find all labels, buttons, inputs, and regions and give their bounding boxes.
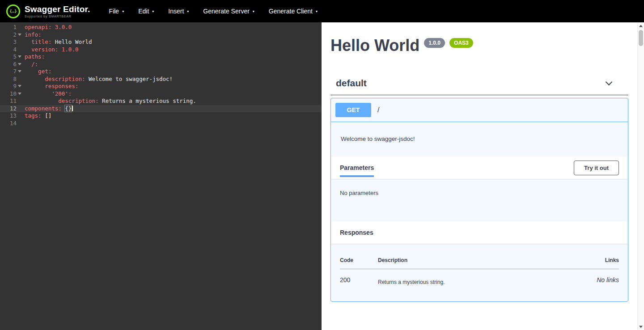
code-text: /: bbox=[22, 61, 38, 68]
code-text: description: Welcome to swagger-jsdoc! bbox=[22, 76, 173, 83]
editor-line-3[interactable]: 3 title: Hello World bbox=[0, 38, 322, 46]
ui-content: Hello World 1.0.0 OAS3 default GET / Wel… bbox=[322, 38, 637, 302]
menu-label: Edit bbox=[138, 8, 149, 15]
app-title: Swagger Editor. bbox=[25, 5, 90, 13]
brand[interactable]: {…} Swagger Editor. Supported by SMARTBE… bbox=[0, 4, 97, 18]
caret-down-icon: ▾ bbox=[253, 9, 254, 13]
parameters-header: Parameters Try it out bbox=[331, 157, 628, 179]
editor-line-9[interactable]: 9 responses: bbox=[0, 83, 322, 90]
response-code: 200 bbox=[340, 269, 378, 290]
code-text: get: bbox=[22, 68, 51, 76]
line-number: 11 bbox=[0, 97, 22, 105]
code-text: components: {} bbox=[22, 105, 73, 113]
text-cursor bbox=[72, 106, 73, 111]
code-text: version: 1.0.0 bbox=[22, 46, 78, 54]
menu-bar: File▾Edit▾Insert▾Generate Server▾Generat… bbox=[102, 0, 325, 22]
oas3-badge: OAS3 bbox=[449, 38, 473, 48]
scrollbar-thumb[interactable] bbox=[639, 30, 643, 46]
scroll-up-icon[interactable] bbox=[638, 22, 644, 29]
no-parameters-text: No parameters bbox=[331, 179, 628, 221]
menu-generate-server[interactable]: Generate Server▾ bbox=[196, 0, 262, 22]
chevron-down-icon[interactable] bbox=[606, 78, 613, 85]
fold-toggle-icon[interactable] bbox=[18, 63, 21, 65]
editor-line-10[interactable]: 10 '200': bbox=[0, 90, 322, 98]
menu-edit[interactable]: Edit▾ bbox=[131, 0, 161, 22]
brand-text: Swagger Editor. Supported by SMARTBEAR bbox=[25, 5, 90, 18]
col-links: Links bbox=[579, 244, 619, 269]
code-text: tags: [] bbox=[22, 112, 51, 120]
line-number: 4 bbox=[0, 46, 22, 54]
fold-toggle-icon[interactable] bbox=[18, 34, 21, 36]
tab-parameters[interactable]: Parameters bbox=[340, 164, 374, 171]
get-method-button[interactable]: GET bbox=[335, 103, 371, 117]
menu-generate-client[interactable]: Generate Client▾ bbox=[262, 0, 325, 22]
caret-down-icon: ▾ bbox=[152, 9, 154, 13]
fold-toggle-icon[interactable] bbox=[18, 85, 21, 87]
editor-line-1[interactable]: 1openapi: 3.0.0 bbox=[0, 24, 322, 31]
line-number: 13 bbox=[0, 112, 22, 120]
responses-title: Responses bbox=[340, 229, 373, 236]
menu-label: Insert bbox=[168, 8, 184, 15]
line-number: 8 bbox=[0, 76, 22, 83]
swagger-ui-panel: Hello World 1.0.0 OAS3 default GET / Wel… bbox=[322, 22, 637, 330]
editor-line-2[interactable]: 2info: bbox=[0, 31, 322, 39]
line-number: 3 bbox=[0, 38, 22, 46]
opblock-summary[interactable]: GET / bbox=[331, 98, 628, 122]
app-subtitle: Supported by SMARTBEAR bbox=[25, 15, 90, 18]
menu-label: File bbox=[109, 8, 119, 15]
line-number: 1 bbox=[0, 24, 22, 31]
menu-file[interactable]: File▾ bbox=[102, 0, 131, 22]
fold-toggle-icon[interactable] bbox=[18, 93, 21, 95]
tag-section-default[interactable]: default bbox=[330, 75, 628, 95]
editor-line-14[interactable]: 14 bbox=[0, 120, 322, 127]
editor-line-8[interactable]: 8 description: Welcome to swagger-jsdoc! bbox=[0, 76, 322, 83]
menu-insert[interactable]: Insert▾ bbox=[161, 0, 196, 22]
responses-table-wrap: Code Description Links 200Returns a myst… bbox=[331, 244, 628, 301]
editor-line-13[interactable]: 13tags: [] bbox=[0, 112, 322, 120]
code-text: openapi: 3.0.0 bbox=[22, 24, 72, 31]
code-text: '200': bbox=[22, 90, 72, 98]
fold-toggle-icon[interactable] bbox=[18, 55, 21, 58]
responses-header-row: Code Description Links bbox=[340, 244, 619, 269]
code-text: info: bbox=[22, 31, 42, 39]
line-number: 10 bbox=[0, 90, 22, 98]
response-row-200: 200Returns a mysterious string.No links bbox=[340, 269, 619, 290]
version-badge: 1.0.0 bbox=[424, 38, 445, 48]
responses-table: Code Description Links 200Returns a myst… bbox=[340, 244, 619, 290]
caret-down-icon: ▾ bbox=[316, 9, 318, 13]
col-description: Description bbox=[378, 244, 579, 269]
fold-toggle-icon[interactable] bbox=[18, 70, 21, 72]
code-text: paths: bbox=[22, 53, 45, 61]
code-text bbox=[22, 120, 25, 127]
menu-label: Generate Client bbox=[269, 8, 313, 15]
code-text: title: Hello World bbox=[22, 38, 92, 46]
col-code: Code bbox=[340, 244, 378, 269]
editor-line-7[interactable]: 7 get: bbox=[0, 68, 322, 76]
try-it-out-button[interactable]: Try it out bbox=[574, 161, 619, 175]
menu-label: Generate Server bbox=[203, 8, 250, 15]
code-text: responses: bbox=[22, 83, 78, 90]
editor-line-12[interactable]: 12components: {} bbox=[0, 105, 322, 113]
line-number: 12 bbox=[0, 105, 22, 113]
editor-line-6[interactable]: 6 /: bbox=[0, 61, 322, 68]
code-text: description: Returns a mysterious string… bbox=[22, 97, 196, 105]
opblock-get: GET / Welcome to swagger-jsdoc! Paramete… bbox=[330, 98, 628, 302]
swagger-logo-icon: {…} bbox=[6, 4, 20, 18]
operation-path: / bbox=[377, 106, 379, 114]
editor-line-5[interactable]: 5paths: bbox=[0, 53, 322, 61]
response-links: No links bbox=[579, 269, 619, 290]
api-title: Hello World bbox=[330, 38, 419, 54]
operation-description: Welcome to swagger-jsdoc! bbox=[331, 122, 628, 157]
editor-line-4[interactable]: 4 version: 1.0.0 bbox=[0, 46, 322, 54]
line-number: 14 bbox=[0, 120, 22, 127]
scroll-down-icon[interactable] bbox=[638, 323, 644, 330]
response-description: Returns a mysterious string. bbox=[378, 269, 579, 290]
editor-line-11[interactable]: 11 description: Returns a mysterious str… bbox=[0, 97, 322, 105]
responses-header: Responses bbox=[331, 221, 628, 244]
vertical-scrollbar[interactable] bbox=[637, 22, 644, 330]
responses-table-body: 200Returns a mysterious string.No links bbox=[340, 269, 619, 290]
yaml-editor[interactable]: 1openapi: 3.0.02info:3 title: Hello Worl… bbox=[0, 22, 322, 330]
line-number: 2 bbox=[0, 31, 22, 39]
topbar: {…} Swagger Editor. Supported by SMARTBE… bbox=[0, 0, 644, 22]
tag-name: default bbox=[336, 78, 367, 89]
